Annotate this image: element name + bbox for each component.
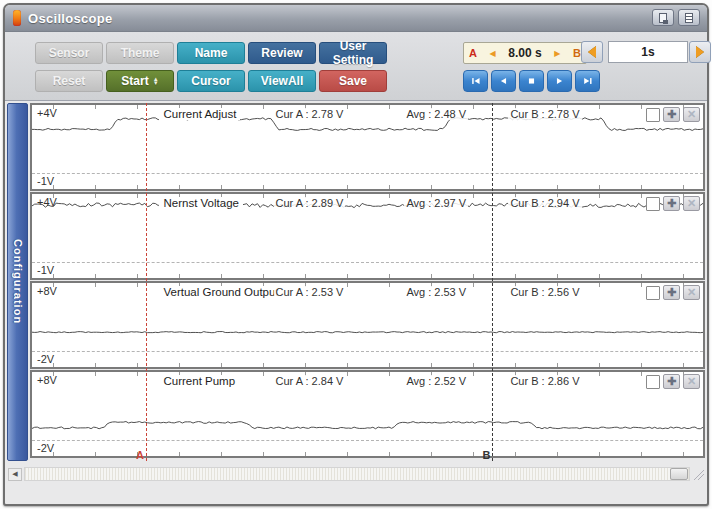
increase-arrow-icon[interactable]: ▶ <box>554 49 560 58</box>
channel-vmin-label: -1V <box>37 264 54 276</box>
channel-vmin-label: -2V <box>37 442 54 454</box>
sidebar-tab-configuration[interactable]: Configuration <box>7 103 28 461</box>
playback-controls <box>463 70 600 92</box>
interval-next-icon <box>696 46 704 58</box>
average-readout: Avg : 2.52 V <box>404 375 468 387</box>
average-readout: Avg : 2.97 V <box>404 197 468 209</box>
channel-panels: A B +4V -1V Current Adjust Cur A : 2.78 … <box>30 103 705 461</box>
waveform-trace <box>32 105 703 189</box>
close-icon: ✕ <box>687 376 696 387</box>
window-controls <box>652 9 700 26</box>
close-icon: ✕ <box>687 198 696 209</box>
channel-panel: +8V -2V Vertual Ground Output Cur A : 2.… <box>30 281 705 369</box>
skip-to-end-button[interactable] <box>575 70 600 92</box>
toolbar-button-viewall[interactable]: ViewAll <box>248 70 316 92</box>
cursor-a-marker[interactable]: A <box>136 449 144 461</box>
button-label: Name <box>195 46 228 60</box>
button-label: Sensor <box>49 46 90 60</box>
interval-next-button[interactable] <box>689 41 711 63</box>
cursor-a-label: A <box>469 47 477 59</box>
close-channel-button[interactable]: ✕ <box>683 285 700 300</box>
cursor-a-readout: Cur A : 2.89 V <box>274 197 346 209</box>
scroll-left-button[interactable]: ◀ <box>8 468 22 481</box>
average-readout: Avg : 2.48 V <box>404 108 468 120</box>
window-menu-button[interactable] <box>678 9 700 26</box>
cursor-b-line[interactable] <box>492 103 493 461</box>
resize-grip-icon[interactable] <box>692 468 704 480</box>
cursor-b-readout: Cur B : 2.78 V <box>508 108 581 120</box>
cursor-a-line[interactable] <box>146 103 147 461</box>
skip-start-icon <box>470 75 481 87</box>
channel-title: Current Pump <box>159 375 239 387</box>
close-icon: ✕ <box>687 287 696 298</box>
toolbar-button-review[interactable]: Review <box>248 42 316 64</box>
channel-vmax-label: +4V <box>37 107 57 119</box>
toolbar-button-name[interactable]: Name <box>177 42 245 64</box>
button-label: Reset <box>53 74 86 88</box>
close-channel-button[interactable]: ✕ <box>683 107 700 122</box>
interval-prev-icon <box>588 46 596 58</box>
cursor-b-readout: Cur B : 2.56 V <box>508 286 581 298</box>
cursor-b-marker[interactable]: B <box>482 449 490 461</box>
toolbar-button-cursor[interactable]: Cursor <box>177 70 245 92</box>
spin-up-down-icon[interactable]: ▲▼ <box>153 77 159 85</box>
oscilloscope-window: Oscilloscope SensorThemeNameReviewUser S… <box>3 3 709 506</box>
cursor-a-readout: Cur A : 2.53 V <box>274 286 346 298</box>
skip-to-start-button[interactable] <box>463 70 488 92</box>
window-title: Oscilloscope <box>28 11 113 26</box>
toolbar-button-sensor[interactable]: Sensor <box>35 42 103 64</box>
add-channel-button[interactable]: ✚ <box>663 374 680 389</box>
channel-title: Vertual Ground Output <box>159 286 282 298</box>
channel-checkbox[interactable] <box>646 108 660 122</box>
stop-button[interactable] <box>519 70 544 92</box>
scrollbar-thumb[interactable] <box>670 468 688 480</box>
add-channel-button[interactable]: ✚ <box>663 196 680 211</box>
step-back-button[interactable] <box>491 70 516 92</box>
channel-checkbox[interactable] <box>646 197 660 211</box>
channel-vmax-label: +8V <box>37 374 57 386</box>
channel-checkbox[interactable] <box>646 375 660 389</box>
channel-controls: ✚ ✕ <box>646 196 700 211</box>
screenshot-stage: Oscilloscope SensorThemeNameReviewUser S… <box>0 0 712 509</box>
waveform-trace <box>32 372 703 456</box>
channel-panel: +4V -1V Nernst Voltage Cur A : 2.89 V Av… <box>30 192 705 280</box>
app-icon <box>13 10 21 26</box>
toolbar-button-user-setting[interactable]: User Setting <box>319 42 387 64</box>
toolbar-button-reset[interactable]: Reset <box>35 70 103 92</box>
channel-controls: ✚ ✕ <box>646 107 700 122</box>
cursor-a-readout: Cur A : 2.84 V <box>274 375 346 387</box>
channel-checkbox[interactable] <box>646 286 660 300</box>
cursor-span-value: 8.00 s <box>508 46 541 60</box>
add-channel-button[interactable]: ✚ <box>663 107 680 122</box>
toolbar-button-start[interactable]: Start▲▼ <box>106 70 174 92</box>
title-bar: Oscilloscope <box>5 5 707 32</box>
channel-panel: +4V -1V Current Adjust Cur A : 2.78 V Av… <box>30 103 705 191</box>
decrease-arrow-icon[interactable]: ◀ <box>490 49 496 58</box>
interval-prev-button[interactable] <box>581 41 603 63</box>
restore-window-icon <box>659 13 667 23</box>
step-back-icon <box>498 75 509 87</box>
cursor-span-control[interactable]: A ◀ 8.00 s ▶ B <box>463 42 587 64</box>
scope-main-area: Configuration A B +4V -1V Current Adjust… <box>7 103 705 461</box>
button-label: ViewAll <box>261 74 303 88</box>
close-channel-button[interactable]: ✕ <box>683 196 700 211</box>
play-button[interactable] <box>547 70 572 92</box>
scroll-left-icon: ◀ <box>12 470 17 478</box>
button-label: Start <box>121 74 148 88</box>
button-label: Theme <box>121 46 160 60</box>
toolbar: SensorThemeNameReviewUser SettingResetSt… <box>5 32 707 101</box>
stop-icon <box>526 75 537 87</box>
add-channel-button[interactable]: ✚ <box>663 285 680 300</box>
average-readout: Avg : 2.53 V <box>404 286 468 298</box>
scrollbar-track[interactable] <box>24 467 690 481</box>
toolbar-button-theme[interactable]: Theme <box>106 42 174 64</box>
interval-value: 1s <box>608 41 688 63</box>
toolbar-button-save[interactable]: Save <box>319 70 387 92</box>
horizontal-scrollbar: ◀ <box>8 467 704 481</box>
cursor-b-label: B <box>573 47 581 59</box>
channel-title: Current Adjust <box>159 108 240 120</box>
zero-gridline <box>32 440 703 441</box>
close-channel-button[interactable]: ✕ <box>683 374 700 389</box>
zero-gridline <box>32 173 703 174</box>
restore-window-button[interactable] <box>652 9 674 26</box>
